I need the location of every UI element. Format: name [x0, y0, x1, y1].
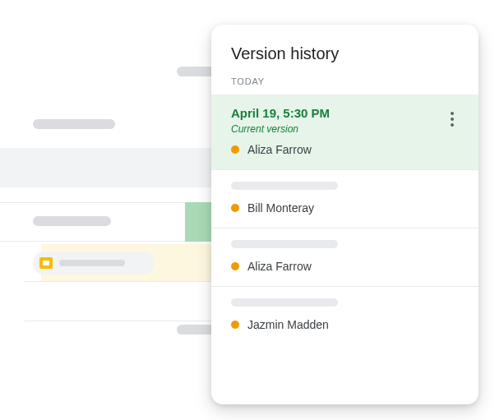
- version-item-current[interactable]: April 19, 5:30 PM Current version Aliza …: [211, 95, 479, 169]
- more-options-button[interactable]: [442, 109, 462, 129]
- version-timestamp-placeholder: [231, 240, 338, 248]
- kebab-icon: [451, 118, 454, 121]
- doc-chip-placeholder: [59, 260, 125, 266]
- editor-name: Jazmin Madden: [247, 318, 329, 331]
- editor-row: Aliza Farrow: [231, 260, 459, 273]
- editor-row: Bill Monteray: [231, 201, 459, 215]
- editor-color-dot: [231, 262, 239, 270]
- version-timestamp: April 19, 5:30 PM: [231, 106, 459, 120]
- version-timestamp-placeholder: [231, 298, 338, 307]
- editor-color-dot: [231, 321, 239, 329]
- version-subtitle: Current version: [231, 123, 459, 135]
- version-history-panel: Version history TODAY April 19, 5:30 PM …: [211, 25, 479, 404]
- panel-title: Version history: [211, 25, 479, 76]
- editor-color-dot: [231, 204, 239, 212]
- doc-row-shaded: [0, 148, 218, 187]
- version-item[interactable]: Jazmin Madden: [211, 286, 479, 344]
- editor-row: Jazmin Madden: [231, 318, 459, 331]
- editor-name: Aliza Farrow: [247, 143, 312, 156]
- doc-placeholder-line: [33, 119, 115, 129]
- kebab-icon: [451, 123, 454, 127]
- doc-row-blank: [25, 282, 218, 321]
- editor-name: Bill Monteray: [247, 201, 314, 215]
- slides-icon: [39, 257, 53, 269]
- version-item[interactable]: Aliza Farrow: [211, 228, 479, 286]
- version-item[interactable]: Bill Monteray: [211, 169, 479, 228]
- doc-slides-chip[interactable]: [33, 252, 155, 275]
- version-timestamp-placeholder: [231, 182, 338, 190]
- editor-row: Aliza Farrow: [231, 143, 459, 156]
- kebab-icon: [451, 112, 454, 115]
- section-header-today: TODAY: [211, 76, 479, 95]
- editor-color-dot: [231, 145, 239, 154]
- editor-name: Aliza Farrow: [247, 260, 312, 273]
- doc-placeholder-line: [33, 216, 111, 226]
